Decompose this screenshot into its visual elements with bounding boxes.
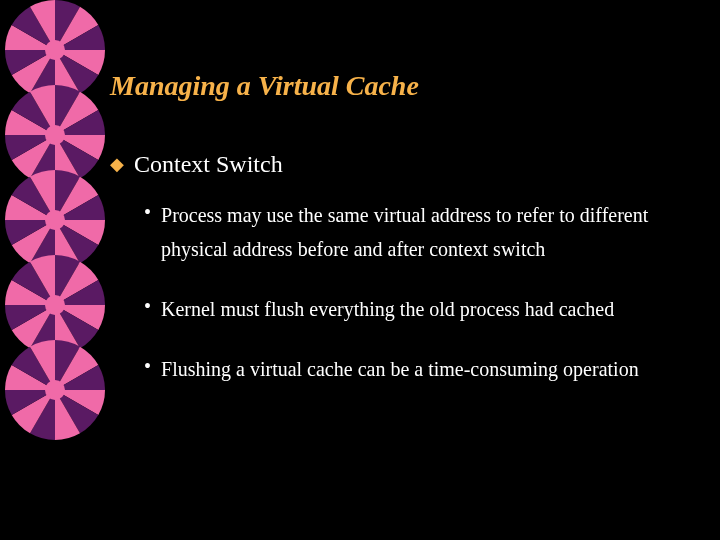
bullet-level2-text: Kernel must flush everything the old pro…	[161, 292, 614, 326]
bullet-level2: • Flushing a virtual cache can be a time…	[144, 352, 680, 386]
bullet-level2: • Process may use the same virtual addre…	[144, 198, 680, 266]
dot-bullet-icon: •	[144, 292, 151, 320]
bullet-level1: ◆ Context Switch	[110, 150, 680, 178]
slide: Managing a Virtual Cache ◆ Context Switc…	[0, 0, 720, 540]
bullet-level2: • Kernel must flush everything the old p…	[144, 292, 680, 326]
bullet-level2-text: Process may use the same virtual address…	[161, 198, 680, 266]
bullet-level2-text: Flushing a virtual cache can be a time-c…	[161, 352, 639, 386]
dot-bullet-icon: •	[144, 198, 151, 226]
bullet-level1-text: Context Switch	[134, 150, 283, 178]
slide-title: Managing a Virtual Cache	[110, 70, 680, 102]
dot-bullet-icon: •	[144, 352, 151, 380]
diamond-bullet-icon: ◆	[110, 150, 124, 178]
